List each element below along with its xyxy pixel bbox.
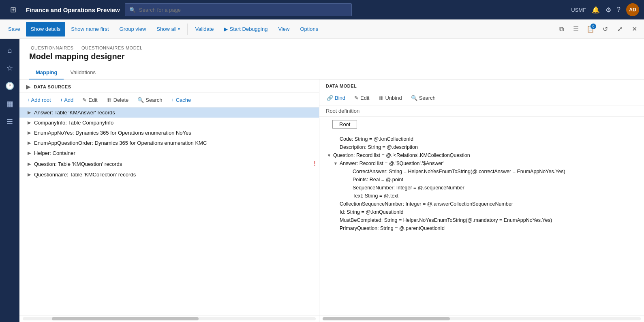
delete-button[interactable]: 🗑 Delete (103, 95, 133, 105)
breadcrumb-part2: QUESTIONNAIRES MODEL (81, 45, 143, 50)
horizontal-scrollbar-right[interactable] (319, 315, 644, 322)
chevron-down-icon: ▾ (178, 27, 180, 31)
avatar[interactable]: AD (626, 3, 639, 16)
data-sources-header: ▶ DATA SOURCES (19, 79, 319, 93)
workspaces-icon[interactable]: ▦ (2, 96, 18, 112)
tree-item-question[interactable]: ▶ Question: Table 'KMQuestion' records ! (19, 158, 319, 170)
show-all-button[interactable]: Show all ▾ (152, 22, 185, 36)
data-sources-label: DATA SOURCES (34, 84, 71, 89)
unbind-button[interactable]: 🗑 Unbind (374, 93, 406, 103)
expand-icon-enum1[interactable]: ▶ (26, 130, 32, 135)
options-button[interactable]: Options (295, 22, 323, 36)
help-icon[interactable]: ? (617, 6, 620, 13)
search-icon-left: 🔍 (137, 97, 144, 103)
add-button[interactable]: + Add (56, 95, 78, 105)
model-item-sequencenumber[interactable]: SequenceNumber: Integer = @.sequenceNumb… (319, 184, 644, 192)
refresh-icon[interactable]: ↺ (599, 23, 612, 36)
expand-icon-answer[interactable]: ▶ (26, 110, 32, 115)
add-root-label: + Add root (27, 97, 51, 103)
split-pane: ▶ DATA SOURCES + Add root + Add ✎ Edit (19, 79, 644, 322)
root-box[interactable]: Root (332, 120, 357, 129)
model-text: Answer: Record list = @.'$Question'.'$An… (339, 161, 444, 166)
group-view-button[interactable]: Group view (115, 22, 151, 36)
expand-icon-questionnaire[interactable]: ▶ (26, 172, 32, 177)
collapse-icon[interactable]: ▶ (26, 84, 31, 90)
modules-icon[interactable]: ☰ (2, 114, 18, 130)
model-item-collectionseqnum[interactable]: CollectionSequenceNumber: Integer = @.an… (319, 200, 644, 208)
search-bar[interactable]: 🔍 (125, 3, 352, 16)
notification-icon[interactable]: 🔔 (592, 6, 600, 14)
tab-validations[interactable]: Validations (64, 66, 102, 79)
delete-label: Delete (113, 97, 129, 103)
collapse-question-icon[interactable]: ▼ (326, 153, 332, 158)
cache-button[interactable]: + Cache (167, 95, 195, 105)
tree-item-answer[interactable]: ▶ Answer: Table 'KMAnswer' records (19, 107, 319, 118)
model-item-primaryquestion[interactable]: PrimaryQuestion: String = @.parentQuesti… (319, 224, 644, 232)
add-label: + Add (60, 97, 74, 103)
search-label: Search (145, 97, 162, 103)
collapse-answer-icon[interactable]: ▼ (332, 161, 339, 166)
root-definition-label: Root definition (319, 105, 644, 117)
model-item-id[interactable]: Id: String = @.kmQuestionId (319, 208, 644, 216)
panel-icon[interactable]: ☰ (569, 23, 582, 36)
tree-item-enumappquestionorder[interactable]: ▶ EnumAppQuestionOrder: Dynamics 365 for… (19, 138, 319, 148)
tree-item-enumappnoyes[interactable]: ▶ EnumAppNoYes: Dynamics 365 for Operati… (19, 128, 319, 138)
add-root-button[interactable]: + Add root (23, 95, 55, 105)
favorites-icon[interactable]: ☆ (2, 60, 18, 76)
edit-button[interactable]: ✎ Edit (78, 95, 101, 105)
search-button[interactable]: 🔍 Search (133, 95, 166, 105)
search-input[interactable] (139, 7, 347, 13)
start-debugging-button[interactable]: ▶ Start Debugging (219, 22, 272, 36)
unbind-label: Unbind (385, 95, 402, 101)
save-button[interactable]: Save (3, 22, 25, 36)
edit-model-button[interactable]: ✎ Edit (350, 93, 373, 103)
model-item-text[interactable]: Text: String = @.text (319, 192, 644, 200)
scrollbar-thumb-right (323, 317, 450, 320)
error-indicator: ! (314, 160, 316, 167)
tree-item-helper[interactable]: ▶ Helper: Container (19, 148, 319, 158)
validate-button[interactable]: Validate (190, 22, 218, 36)
model-item-code[interactable]: Code: String = @.kmCollectionId (319, 135, 644, 143)
close-icon[interactable]: ✕ (628, 23, 641, 36)
model-item-points[interactable]: Points: Real = @.point (319, 176, 644, 184)
tree-item-label: Helper: Container (34, 150, 75, 156)
tab-mapping[interactable]: Mapping (29, 66, 64, 79)
data-model-pane: DATA MODEL 🔗 Bind ✎ Edit 🗑 Unbind (319, 79, 644, 322)
settings-icon[interactable]: ⚙ (605, 6, 611, 14)
layout-icon[interactable]: ⧉ (555, 23, 568, 36)
model-item-answer[interactable]: ▼ Answer: Record list = @.'$Question'.'$… (319, 159, 644, 167)
show-name-first-button[interactable]: Show name first (66, 22, 113, 36)
bind-button[interactable]: 🔗 Bind (323, 93, 349, 103)
edit-label: Edit (88, 97, 97, 103)
root-box-container: Root (319, 117, 644, 133)
separator (187, 24, 188, 35)
tree-item-questionnaire[interactable]: ▶ Questionnaire: Table 'KMCollection' re… (19, 170, 319, 180)
search-model-button[interactable]: 🔍 Search (407, 93, 440, 103)
main-toolbar: Save Show details Show name first Group … (0, 19, 644, 39)
home-icon[interactable]: ⌂ (2, 42, 18, 58)
model-text: Description: String = @.description (339, 144, 418, 150)
tree-item-companyinfo[interactable]: ▶ CompanyInfo: Table CompanyInfo (19, 118, 319, 128)
view-button[interactable]: View (273, 22, 294, 36)
unbind-icon: 🗑 (378, 95, 383, 101)
edit-model-label: Edit (360, 95, 369, 101)
grid-menu-icon[interactable]: ⊞ (5, 2, 21, 18)
show-details-button[interactable]: Show details (26, 22, 66, 36)
edit-icon: ✎ (82, 97, 87, 103)
expand-icon-helper[interactable]: ▶ (26, 150, 32, 156)
model-text: CollectionSequenceNumber: Integer = @.an… (339, 201, 513, 207)
model-item-mustbecompleted[interactable]: MustBeCompleted: String = Helper.NoYesEn… (319, 216, 644, 224)
horizontal-scrollbar-left[interactable] (19, 315, 319, 322)
badge-icon[interactable]: 📋 0 (584, 23, 597, 36)
model-item-description[interactable]: Description: String = @.description (319, 143, 644, 151)
recent-icon[interactable]: 🕐 (2, 78, 18, 94)
expand-icon-enum2[interactable]: ▶ (26, 140, 32, 146)
delete-icon: 🗑 (107, 97, 112, 103)
popout-icon[interactable]: ⤢ (613, 23, 626, 36)
model-item-question[interactable]: ▼ Question: Record list = @.'<Relations'… (319, 151, 644, 159)
breadcrumb-part1: QUESTIONNAIRES (31, 45, 73, 50)
expand-icon-question[interactable]: ▶ (26, 161, 32, 167)
expand-icon-companyinfo[interactable]: ▶ (26, 120, 32, 125)
tree-item-label: EnumAppNoYes: Dynamics 365 for Operation… (34, 130, 191, 136)
model-item-correctanswer[interactable]: CorrectAnswer: String = Helper.NoYesEnum… (319, 167, 644, 176)
